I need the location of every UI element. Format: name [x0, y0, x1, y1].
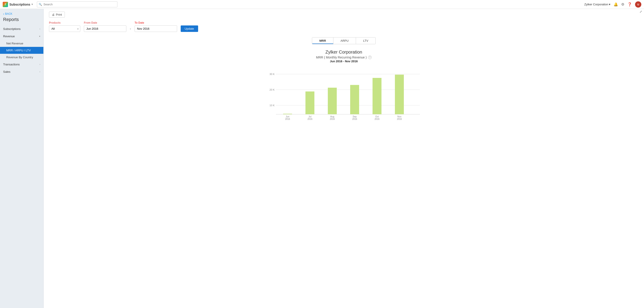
products-label: Products [49, 21, 80, 24]
search-icon: 🔍 [39, 3, 42, 6]
main-layout: ‹ BACK Reports Subscriptions › Revenue ▾… [0, 9, 644, 308]
app-dropdown-icon[interactable]: ▾ [32, 3, 33, 6]
bar-sep [350, 85, 359, 114]
bar-chart-svg: 30 K 20 K 10 K Jun 2016 Jul [264, 66, 424, 125]
svg-text:Jul: Jul [308, 115, 311, 118]
org-dropdown-icon: ▾ [609, 3, 610, 6]
top-nav-right: Zylker Corporation ▾ 🔔 ⚙ ❓ U [584, 1, 641, 7]
tab-mrr[interactable]: MRR [312, 37, 334, 44]
sidebar-item-net-revenue[interactable]: Net Revenue [0, 40, 44, 47]
content-area: 🖨 Print Products All Product A Product B… [44, 9, 644, 308]
svg-text:Jun: Jun [286, 115, 289, 118]
sidebar-item-revenue-by-country[interactable]: Revenue By Country [0, 54, 44, 61]
notifications-icon[interactable]: 🔔 [614, 2, 618, 6]
chevron-right-icon-sales: › [40, 71, 40, 73]
svg-text:Nov: Nov [397, 115, 402, 118]
sidebar-item-mrr-arpu-ltv[interactable]: MRR / ARPU / LTV [0, 47, 44, 54]
chevron-down-icon: ▾ [39, 35, 40, 37]
app-logo[interactable]: Z Subscriptions ▾ [3, 2, 33, 7]
bar-jun [283, 114, 292, 114]
tabs-row: MRR ARPU LTV [312, 37, 376, 44]
svg-text:2016: 2016 [352, 118, 357, 120]
sidebar-item-subscriptions[interactable]: Subscriptions › [0, 25, 44, 33]
bar-chart-area: 30 K 20 K 10 K Jun 2016 Jul [264, 66, 424, 125]
settings-icon[interactable]: ⚙ [621, 2, 624, 6]
svg-text:Sep: Sep [353, 115, 357, 118]
back-button[interactable]: ‹ BACK [0, 9, 44, 16]
chart-title-area: Zylker Corporation MRR ( Monthly Recurri… [316, 50, 372, 63]
org-selector[interactable]: Zylker Corporation ▾ [584, 3, 610, 6]
from-date-label: From Date [84, 21, 126, 24]
bar-nov [395, 75, 404, 114]
svg-text:10 K: 10 K [270, 104, 274, 107]
chevron-right-icon-transactions: › [40, 63, 40, 66]
products-select-wrapper: All Product A Product B ▾ [49, 25, 80, 32]
sidebar: ‹ BACK Reports Subscriptions › Revenue ▾… [0, 9, 44, 308]
print-button[interactable]: 🖨 Print [49, 11, 65, 18]
svg-text:2016: 2016 [374, 118, 380, 120]
top-nav: Z Subscriptions ▾ 🔍 Zylker Corporation ▾… [0, 0, 644, 9]
sidebar-item-revenue[interactable]: Revenue ▾ [0, 33, 44, 40]
svg-text:2016: 2016 [330, 118, 335, 120]
chart-date-range: Jun 2016 - Nov 2016 [316, 60, 372, 63]
back-arrow-icon: ‹ [3, 12, 4, 16]
chart-help-icon[interactable]: ? [368, 56, 372, 59]
sidebar-item-transactions[interactable]: Transactions › [0, 61, 44, 68]
avatar[interactable]: U [635, 1, 641, 7]
products-filter-group: Products All Product A Product B ▾ [49, 21, 80, 32]
bar-oct [372, 78, 382, 114]
print-bar: 🖨 Print [49, 11, 639, 18]
chart-subtitle: MRR ( Monthly Recurring Revenue ) ? [316, 56, 372, 59]
svg-text:20 K: 20 K [270, 88, 274, 91]
chevron-right-icon: › [40, 28, 40, 30]
from-date-input[interactable] [84, 25, 126, 32]
svg-text:Aug: Aug [330, 115, 334, 118]
sidebar-item-sales[interactable]: Sales › [0, 68, 44, 75]
tab-arpu[interactable]: ARPU [334, 37, 356, 44]
update-button[interactable]: Update [181, 25, 198, 32]
svg-text:2016: 2016 [397, 118, 402, 120]
to-date-label: To Date [134, 21, 177, 24]
bar-jul [306, 92, 314, 114]
svg-text:30 K: 30 K [270, 73, 274, 75]
chart-company-name: Zylker Corporation [316, 50, 372, 55]
svg-text:2016: 2016 [307, 118, 312, 120]
date-separator: - [130, 27, 131, 32]
sidebar-section-title: Reports [0, 16, 44, 25]
filter-row: Products All Product A Product B ▾ From … [49, 21, 639, 32]
logo-icon: Z [3, 2, 8, 7]
help-icon[interactable]: ❓ [628, 2, 632, 6]
chart-container: MRR ARPU LTV Zylker Corporation MRR ( Mo… [49, 37, 639, 125]
tab-ltv[interactable]: LTV [356, 37, 376, 44]
search-input[interactable] [37, 1, 118, 7]
search-box: 🔍 [37, 1, 118, 7]
print-icon: 🖨 [52, 13, 55, 16]
svg-text:Oct: Oct [375, 115, 379, 118]
to-date-input[interactable] [134, 25, 177, 32]
from-date-filter-group: From Date [84, 21, 126, 32]
app-name: Subscriptions [10, 3, 30, 6]
svg-text:2016: 2016 [285, 118, 290, 120]
to-date-filter-group: To Date [134, 21, 177, 32]
products-select[interactable]: All Product A Product B [49, 25, 80, 32]
expand-icon[interactable]: ⤢ [640, 10, 642, 13]
bar-aug [328, 88, 337, 114]
